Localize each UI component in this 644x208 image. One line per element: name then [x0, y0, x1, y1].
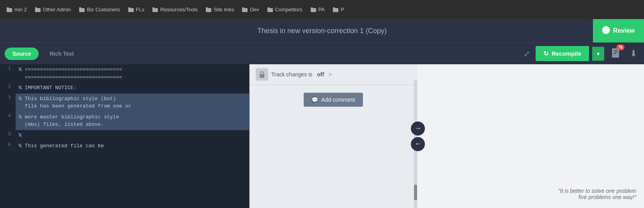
table-row: 5 % — [0, 130, 249, 141]
line-number: 6 — [0, 141, 16, 148]
download-icon: ⬇ — [630, 49, 637, 58]
svg-rect-4 — [260, 74, 264, 78]
add-comment-label: Add comment — [321, 97, 355, 103]
bookmarks-bar: min 2 Other Admin Biz Customers FLs Reso… — [0, 0, 644, 19]
bookmark-label: Other Admin — [43, 7, 71, 12]
recompile-icon: ↻ — [543, 50, 548, 57]
bookmark-resources[interactable]: Resources/Tools — [149, 5, 201, 14]
bookmark-dev[interactable]: Dev — [239, 5, 262, 14]
toolbar: Source Rich Text ⤢ ↻ Recompile ▾ 76 ⬇ — [0, 42, 644, 64]
recompile-dropdown-button[interactable]: ▾ — [592, 47, 604, 61]
line-content: % This generated file can be — [16, 141, 249, 152]
bookmark-label: P — [341, 7, 344, 12]
line-number: 5 — [0, 130, 16, 137]
folder-icon — [242, 7, 248, 12]
bookmark-label: Resources/Tools — [160, 7, 198, 12]
arrow-right-icon: → — [414, 124, 421, 132]
line-number: 3 — [0, 93, 16, 100]
folder-icon — [35, 7, 41, 12]
table-row: 3 % This bibliographic style (bst) file … — [0, 93, 249, 112]
comment-icon: 💬 — [311, 97, 318, 103]
chevron-down-icon: ▾ — [597, 51, 600, 57]
folder-icon — [79, 7, 85, 12]
navigation-arrows: → ← — [411, 122, 425, 151]
recompile-label: Recompile — [552, 50, 581, 57]
add-comment-button[interactable]: 💬 Add comment — [304, 93, 363, 107]
bookmark-other-admin[interactable]: Other Admin — [32, 5, 74, 14]
bookmark-label: PA — [318, 7, 325, 12]
bookmark-label: Dev — [250, 7, 259, 12]
line-content: % This bibliographic style (bst) file ha… — [16, 93, 249, 112]
line-number: 1 — [0, 64, 16, 71]
review-label: Review — [613, 27, 635, 34]
bookmark-fls[interactable]: FLs — [125, 5, 148, 14]
track-changes-chevron[interactable]: > — [329, 71, 332, 78]
main-content: 1 % ================================ ===… — [0, 64, 644, 208]
line-content: % more master bibliographic style (mbs) … — [16, 112, 249, 130]
line-number: 2 — [0, 83, 16, 90]
folder-icon — [333, 7, 339, 12]
preview-pane: "It is better to solve one problemfive p… — [417, 64, 644, 208]
folder-icon — [128, 7, 134, 12]
notifications-button[interactable]: 76 — [607, 46, 625, 62]
bookmark-competitors[interactable]: Competitors — [264, 5, 306, 14]
folder-icon — [6, 7, 12, 12]
next-change-button[interactable]: → — [411, 122, 425, 136]
expand-icon: ⤢ — [524, 49, 530, 58]
code-editor[interactable]: 1 % ================================ ===… — [0, 64, 249, 208]
download-button[interactable]: ⬇ — [628, 46, 639, 61]
table-row: 2 % IMPORTANT NOTICE: — [0, 83, 249, 93]
bookmark-label: Site links — [214, 7, 234, 12]
bookmark-label: min 2 — [14, 7, 27, 12]
expand-button[interactable]: ⤢ — [521, 47, 533, 61]
line-number: 4 — [0, 112, 16, 119]
review-button[interactable]: 🅐 Review — [593, 19, 644, 42]
bookmark-p[interactable]: P — [329, 5, 347, 14]
lock-icon-svg — [259, 71, 265, 78]
track-changes-status: off — [315, 71, 324, 78]
bookmark-sitelinks[interactable]: Site links — [202, 5, 237, 14]
editor-pane[interactable]: 1 % ================================ ===… — [0, 64, 249, 208]
bookmark-label: FLs — [136, 7, 145, 12]
table-row: 6 % This generated file can be — [0, 141, 249, 152]
arrow-left-icon: ← — [414, 140, 421, 148]
track-changes-bar: Track changes is off > — [249, 64, 417, 85]
middle-panel: Track changes is off > 💬 Add comment → ← — [249, 64, 417, 208]
bookmark-admin2[interactable]: min 2 — [3, 5, 30, 14]
review-icon: 🅐 — [602, 26, 610, 35]
track-changes-label: Track changes is — [271, 71, 312, 78]
bookmark-label: Biz Customers — [87, 7, 120, 12]
table-row: 1 % ================================ ===… — [0, 64, 249, 83]
bookmark-label: Competitors — [275, 7, 303, 12]
recompile-button[interactable]: ↻ Recompile — [536, 46, 589, 61]
notifications-badge: 76 — [616, 44, 625, 50]
quote-text: "It is better to solve one problemfive p… — [558, 188, 636, 200]
page-title: Thesis in new version-correction 1 (Copy… — [257, 27, 387, 35]
lock-icon — [256, 68, 268, 81]
line-content: % — [16, 130, 249, 141]
scrollbar-thumb[interactable] — [414, 185, 417, 200]
folder-icon — [152, 7, 158, 12]
table-row: 4 % more master bibliographic style (mbs… — [0, 112, 249, 130]
rich-text-tab[interactable]: Rich Text — [42, 48, 81, 60]
line-content: % IMPORTANT NOTICE: — [16, 83, 249, 93]
folder-icon — [310, 7, 317, 12]
preview-quote: "It is better to solve one problemfive p… — [558, 188, 636, 200]
line-content: % ================================ =====… — [16, 64, 249, 83]
bookmark-pa[interactable]: PA — [307, 5, 328, 14]
source-tab[interactable]: Source — [5, 48, 39, 60]
prev-change-button[interactable]: ← — [411, 137, 425, 151]
folder-icon — [267, 7, 273, 12]
folder-icon — [205, 7, 212, 12]
bookmark-biz[interactable]: Biz Customers — [76, 5, 123, 14]
header: Thesis in new version-correction 1 (Copy… — [0, 19, 644, 42]
comment-area: 💬 Add comment — [249, 85, 417, 208]
